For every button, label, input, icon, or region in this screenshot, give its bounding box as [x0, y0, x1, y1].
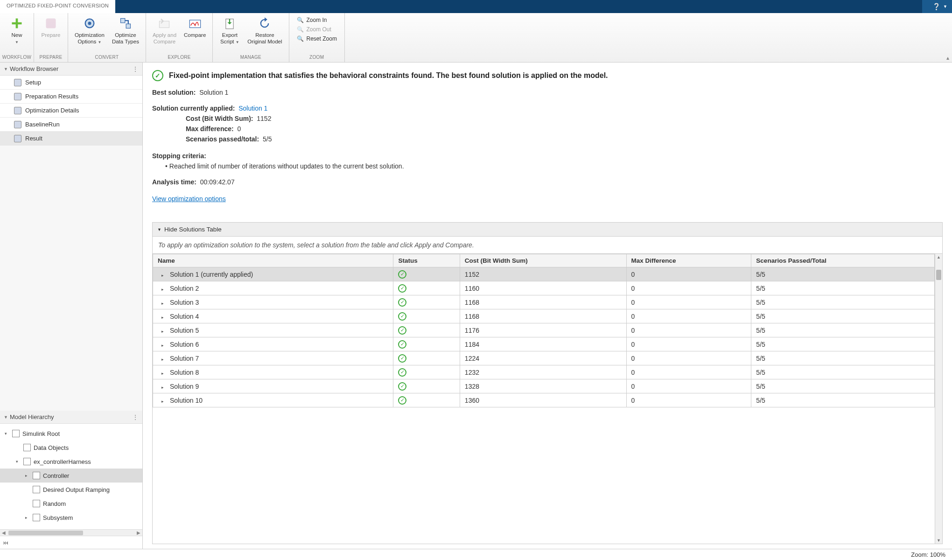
workflow-item-icon [14, 121, 21, 128]
restore-model-button[interactable]: RestoreOriginal Model [244, 15, 286, 47]
plus-icon [10, 17, 23, 30]
table-header[interactable]: Status [393, 254, 460, 267]
hierarchy-tree: ▾Simulink RootData Objects▾ex_controller… [0, 424, 142, 529]
chevron-down-icon: ▼ [157, 227, 161, 232]
model-hierarchy-header: ▼ Model Hierarchy ⋮ [0, 411, 142, 424]
success-icon: ✓ [398, 354, 406, 363]
go-first-button[interactable]: ⏮ [0, 536, 142, 549]
hierarchy-node[interactable]: Data Objects [0, 441, 142, 455]
hierarchy-node[interactable]: Random [0, 497, 142, 511]
hierarchy-node[interactable]: ▾ex_controllerHarness [0, 455, 142, 469]
table-header[interactable]: Cost (Bit Width Sum) [460, 254, 626, 267]
success-icon: ✓ [398, 368, 406, 377]
expand-icon[interactable]: ▾ [5, 431, 9, 436]
table-row[interactable]: ▸Solution 2✓116005/5 [153, 281, 935, 295]
zoom-in-icon: 🔍 [297, 17, 304, 23]
workflow-item-icon [14, 79, 21, 86]
expand-icon[interactable]: ▸ [161, 301, 166, 306]
compare-button[interactable]: Compare [180, 15, 210, 40]
convert-icon [119, 17, 132, 30]
success-icon: ✓ [398, 382, 406, 391]
left-sidebar: ▼ Workflow Browser ⋮ SetupPreparation Re… [0, 63, 143, 549]
compare-icon [189, 17, 202, 30]
applied-solution-link[interactable]: Solution 1 [238, 105, 267, 112]
workflow-item[interactable]: Setup [0, 76, 142, 90]
prepare-icon [44, 17, 57, 30]
svg-point-2 [88, 22, 91, 25]
expand-icon[interactable]: ▸ [161, 329, 166, 334]
table-row[interactable]: ▸Solution 6✓118405/5 [153, 337, 935, 351]
workflow-item[interactable]: Preparation Results [0, 90, 142, 104]
expand-icon[interactable]: ▸ [161, 315, 166, 320]
success-icon: ✓ [398, 270, 406, 279]
expand-icon[interactable]: ▾ [16, 459, 21, 464]
horizontal-scrollbar[interactable]: ◀▶ [0, 529, 142, 536]
optimize-data-types-button[interactable]: OptimizeData Types [108, 15, 143, 47]
workflow-item-icon [14, 93, 21, 100]
svg-rect-0 [46, 19, 56, 28]
expand-icon[interactable]: ▸ [161, 385, 166, 390]
success-icon: ✓ [398, 298, 406, 307]
chevron-down-icon[interactable]: ▼ [4, 415, 8, 420]
gear-icon [83, 17, 96, 30]
new-button[interactable]: New▼ [3, 15, 31, 48]
zoom-out-icon: 🔍 [297, 26, 304, 33]
help-button[interactable]: ❔▼ [922, 0, 952, 13]
table-row[interactable]: ▸Solution 10✓136005/5 [153, 393, 935, 407]
expand-icon[interactable]: ▸ [161, 273, 166, 278]
hierarchy-node[interactable]: ▸Controller [0, 469, 142, 483]
reset-zoom-button[interactable]: 🔍Reset Zoom [297, 35, 337, 42]
expand-icon[interactable]: ▸ [161, 343, 166, 348]
help-icon: ❔ [932, 3, 940, 10]
model-icon [33, 500, 40, 507]
table-row[interactable]: ▸Solution 8✓123205/5 [153, 365, 935, 379]
success-icon: ✓ [398, 396, 406, 405]
table-header[interactable]: Name [153, 254, 393, 267]
zoom-in-button[interactable]: 🔍Zoom In [297, 17, 337, 23]
table-header[interactable]: Scenarios Passed/Total [751, 254, 935, 267]
zoom-out-button: 🔍Zoom Out [297, 26, 337, 33]
success-icon: ✓ [398, 284, 406, 293]
svg-rect-4 [126, 24, 130, 28]
solutions-table: NameStatusCost (Bit Width Sum)Max Differ… [153, 254, 935, 407]
toggle-solutions-table[interactable]: ▼ Hide Solutions Table [153, 223, 942, 237]
panel-menu-icon[interactable]: ⋮ [132, 413, 139, 421]
app-tab[interactable]: OPTIMIZED FIXED-POINT CONVERSION [0, 0, 115, 13]
expand-icon[interactable]: ▸ [161, 371, 166, 376]
hierarchy-node[interactable]: ▸Subsystem [0, 511, 142, 525]
chevron-down-icon[interactable]: ▼ [4, 67, 8, 71]
collapse-toolstrip[interactable]: ▴ [946, 55, 949, 61]
table-row[interactable]: ▸Solution 4✓116805/5 [153, 309, 935, 323]
workflow-item[interactable]: Optimization Details [0, 104, 142, 118]
optimization-options-button[interactable]: OptimizationOptions ▼ [71, 15, 108, 48]
table-row[interactable]: ▸Solution 3✓116805/5 [153, 295, 935, 309]
apply-compare-button: Apply andCompare [149, 15, 180, 47]
export-script-button[interactable]: ExportScript ▼ [216, 15, 244, 48]
success-icon: ✓ [398, 312, 406, 321]
chevron-down-icon: ▼ [943, 4, 947, 9]
table-header[interactable]: Max Difference [626, 254, 751, 267]
panel-menu-icon[interactable]: ⋮ [132, 65, 139, 73]
vertical-scrollbar[interactable]: ▲▼ [935, 254, 942, 544]
expand-icon[interactable]: ▸ [161, 287, 166, 292]
model-icon [33, 514, 40, 521]
expand-icon[interactable]: ▸ [161, 357, 166, 362]
workflow-item[interactable]: BaselineRun [0, 118, 142, 132]
expand-icon[interactable]: ▸ [25, 473, 30, 478]
workflow-item[interactable]: Result [0, 132, 142, 146]
apply-icon [158, 17, 171, 30]
table-row[interactable]: ▸Solution 1 (currently applied)✓115205/5 [153, 267, 935, 281]
expand-icon[interactable]: ▸ [161, 399, 166, 404]
workflow-item-icon [14, 135, 21, 142]
hierarchy-node[interactable]: Desired Output Ramping [0, 483, 142, 497]
workflow-browser-header: ▼ Workflow Browser ⋮ [0, 63, 142, 76]
view-optimization-options-link[interactable]: View optimization options [152, 195, 943, 203]
titlebar: OPTIMIZED FIXED-POINT CONVERSION ❔▼ [0, 0, 952, 13]
model-icon [23, 458, 31, 465]
table-row[interactable]: ▸Solution 7✓122405/5 [153, 351, 935, 365]
expand-icon[interactable]: ▸ [25, 515, 30, 520]
hierarchy-node[interactable]: ▾Simulink Root [0, 427, 142, 441]
export-icon [223, 17, 236, 30]
table-row[interactable]: ▸Solution 9✓132805/5 [153, 379, 935, 393]
table-row[interactable]: ▸Solution 5✓117605/5 [153, 323, 935, 337]
